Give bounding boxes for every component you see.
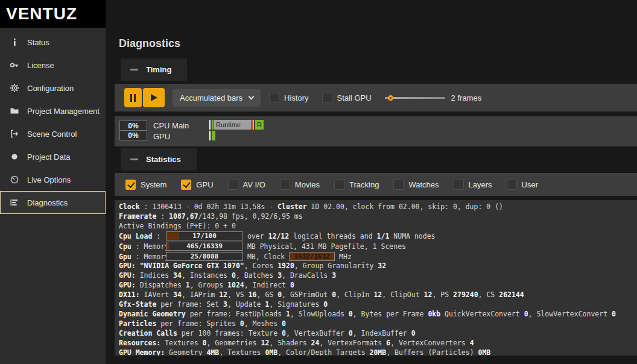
stat-line: Framerate : 1087,67/143,98 fps, 0,92/6,9… <box>119 212 637 222</box>
green-segment <box>212 120 214 130</box>
unchecked-checkbox-icon[interactable] <box>322 93 332 103</box>
sidebar-item-live-options[interactable]: Live Options <box>0 168 106 191</box>
stat-line: GPU: Indices 34, Instances 0, Batches 3,… <box>119 271 637 281</box>
checkbox-watches[interactable]: Watches <box>393 180 439 190</box>
key-icon <box>10 60 19 70</box>
sidebar-item-label: Scene Control <box>27 130 77 139</box>
gpu-label: GPU <box>153 132 170 141</box>
slider-handle[interactable] <box>388 95 393 101</box>
checkbox-tracking[interactable]: Tracking <box>334 180 379 190</box>
checkbox-label: GPU <box>196 180 213 189</box>
stat-line: Dynamic Geometry per frame: FastUploads … <box>119 310 637 319</box>
app-logo-block: VENTUZ <box>0 0 106 28</box>
chevron-down-icon <box>249 93 255 99</box>
gpu-profiler-row <box>209 131 264 140</box>
unchecked-checkbox-icon[interactable] <box>269 93 279 103</box>
clock-icon <box>10 175 19 184</box>
frames-slider: 2 frames <box>385 93 482 102</box>
collapse-icon[interactable] <box>130 158 138 160</box>
checkbox-history[interactable]: History <box>269 93 308 103</box>
checkbox-label: Layers <box>469 180 492 189</box>
timing-section-header[interactable]: Timing <box>121 58 187 81</box>
graph-mode-value: Accumulated bars <box>180 93 242 102</box>
checkbox-system[interactable]: System <box>125 180 166 190</box>
sidebar-item-label: Live Options <box>27 175 71 184</box>
checkbox-gpu[interactable]: GPU <box>181 180 213 190</box>
gpu-memory-meter: 25/8088 <box>166 252 243 261</box>
sidebar-item-project-management[interactable]: Project Management <box>0 99 106 122</box>
checkbox-label: AV I/O <box>243 180 265 189</box>
cpu-main-percent: 0% <box>119 121 147 131</box>
slider-track[interactable] <box>393 97 445 99</box>
runtime-bar: Runtime <box>214 120 251 130</box>
slider-value-label: 2 frames <box>451 93 482 102</box>
scene-icon <box>10 129 19 139</box>
stat-line: Cpu : Memory465/16339 MB Physical, 431 M… <box>119 242 637 252</box>
list-icon <box>10 198 19 207</box>
gpu-clock-meter: 1632/1632 <box>289 252 335 261</box>
pause-button[interactable] <box>124 88 142 107</box>
transport-buttons <box>124 88 165 107</box>
unchecked-checkbox-icon[interactable] <box>280 180 290 190</box>
sidebar-item-license[interactable]: License <box>0 54 106 77</box>
stat-line: Clock : 1306413 - 0d 02h 31m 13,58s - Cl… <box>119 202 637 212</box>
timing-section-title: Timing <box>146 65 171 74</box>
statistics-section-header[interactable]: Statistics <box>121 148 197 171</box>
info-icon <box>10 37 19 47</box>
stat-line: GPU: Dispatches 1, Groups 1024, Indirect… <box>119 281 637 290</box>
page-title: Diagnostics <box>119 37 180 50</box>
gear-icon <box>10 83 19 93</box>
stat-line: DX11: IAVert 34, IAPrim 12, VS 16, GS 0,… <box>119 290 637 300</box>
unchecked-checkbox-icon[interactable] <box>454 180 464 190</box>
checked-checkbox-icon[interactable] <box>181 180 191 190</box>
sidebar-item-label: Status <box>27 38 49 47</box>
checkbox-label: Watches <box>408 180 439 189</box>
statistics-text: Clock : 1306413 - 0d 02h 31m 13,58s - Cl… <box>115 200 637 356</box>
statistics-section-title: Statistics <box>146 155 181 164</box>
play-button[interactable] <box>143 88 165 107</box>
collapse-icon[interactable] <box>130 69 138 71</box>
profiler-bars: Runtime R <box>209 120 264 140</box>
frame-marker <box>209 131 211 140</box>
pause-icon <box>130 94 136 102</box>
sidebar-item-configuration[interactable]: Configuration <box>0 77 106 99</box>
checkbox-label: User <box>522 180 538 189</box>
sidebar-item-diagnostics[interactable]: Diagnostics <box>0 191 106 214</box>
stat-line: Gpu : Memory25/8088 MB, Clock 1632/1632 … <box>119 252 637 262</box>
timing-meters: 0% 0% CPU Main GPU Runtime R <box>115 116 637 146</box>
circle-icon <box>10 152 19 162</box>
main-panel: Diagnostics Timing Accumulated bars Hist… <box>106 0 637 364</box>
graph-mode-dropdown[interactable]: Accumulated bars <box>173 89 261 107</box>
folder-icon <box>10 106 19 116</box>
stat-line: GPU: "NVIDIA GeForce GTX 1070", Cores 19… <box>119 262 637 271</box>
checkbox-av-i-o[interactable]: AV I/O <box>228 180 265 190</box>
sidebar-item-status[interactable]: Status <box>0 31 106 54</box>
yellow-segment <box>253 120 254 130</box>
sidebar-item-project-data[interactable]: Project Data <box>0 145 106 168</box>
checkbox-stall-gpu[interactable]: Stall GPU <box>322 93 372 103</box>
render-tag: R <box>255 120 264 130</box>
checkbox-movies[interactable]: Movies <box>280 180 320 190</box>
checkbox-layers[interactable]: Layers <box>454 180 492 190</box>
cpu-load-meter: 17/100 <box>166 231 243 240</box>
gpu-percent: 0% <box>119 130 147 140</box>
app-logo: VENTUZ <box>6 4 77 24</box>
unchecked-checkbox-icon[interactable] <box>393 180 404 190</box>
statistics-filters: SystemGPUAV I/OMoviesTrackingWatchesLaye… <box>115 173 637 196</box>
cpu-profiler-row: Runtime R <box>209 120 264 130</box>
unchecked-checkbox-icon[interactable] <box>334 180 344 190</box>
checked-checkbox-icon[interactable] <box>125 180 136 190</box>
stat-line: Cpu Load :17/100 over 12/12 logical thre… <box>119 231 637 242</box>
sidebar-item-label: Project Data <box>27 152 71 162</box>
cpu-main-label: CPU Main <box>153 121 189 130</box>
sidebar-item-scene-control[interactable]: Scene Control <box>0 122 106 145</box>
unchecked-checkbox-icon[interactable] <box>228 180 238 190</box>
checkbox-user[interactable]: User <box>507 180 538 190</box>
stat-line: GPU Memory: Geometry 4MB, Textures 0MB, … <box>119 348 637 356</box>
stat-line: Resources: Textures 8, Geometries 12, Sh… <box>119 339 637 348</box>
unchecked-checkbox-icon[interactable] <box>507 180 517 190</box>
sidebar-item-label: Diagnostics <box>27 198 68 207</box>
checkbox-label: Tracking <box>349 180 379 189</box>
checkbox-label: Stall GPU <box>337 93 372 102</box>
stat-line: Active Bindings (P+E): 0 + 0 <box>119 222 637 231</box>
